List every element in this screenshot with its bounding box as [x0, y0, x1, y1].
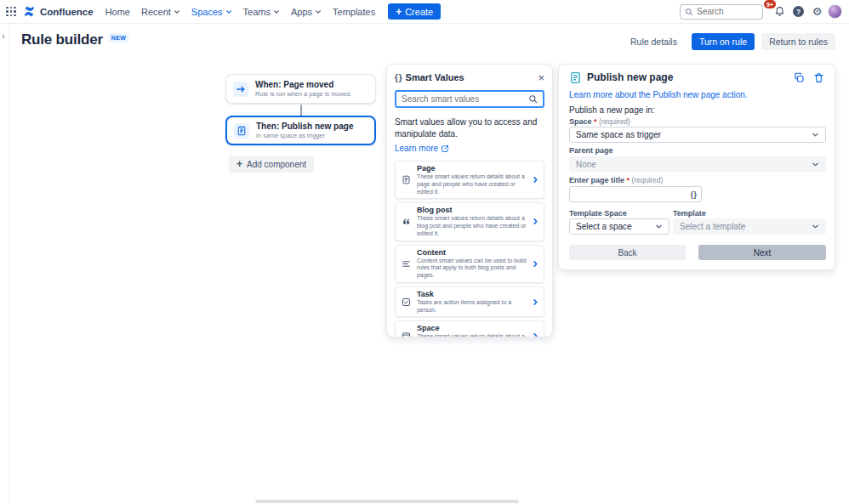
nav-recent[interactable]: Recent — [141, 7, 180, 17]
chevron-right-icon — [532, 176, 539, 184]
smart-value-title: Content — [417, 248, 527, 257]
braces-icon[interactable]: { } — [690, 190, 696, 199]
page-title-input[interactable] — [575, 190, 690, 199]
trigger-title: When: Page moved — [255, 80, 351, 89]
trigger-subtitle: Rule is run when a page is moved. — [255, 90, 351, 98]
space-label: Space * (required) — [569, 117, 630, 126]
smart-values-title: Smart Values — [406, 72, 464, 82]
learn-more-link[interactable]: Learn more — [395, 144, 449, 153]
smart-values-header: { } Smart Values × — [395, 71, 544, 84]
smart-value-item-space[interactable]: Space These smart values return details … — [395, 320, 544, 337]
external-link-icon — [441, 144, 449, 153]
config-header: Publish new page — [569, 70, 824, 85]
back-button[interactable]: Back — [569, 245, 686, 260]
expand-sidebar-button[interactable]: › — [2, 31, 5, 41]
smart-values-search[interactable] — [395, 90, 544, 108]
template-select[interactable]: Select a template — [673, 218, 826, 235]
chevron-down-icon — [812, 161, 819, 168]
notification-badge: 9+ — [764, 0, 776, 8]
page-title: Rule builder — [21, 31, 103, 48]
page-title-label: Enter page title * (required) — [569, 176, 663, 184]
parent-page-select-value: None — [576, 160, 596, 169]
smart-value-item-blog-post[interactable]: Blog post These smart values return deta… — [395, 202, 544, 241]
smart-values-panel: { } Smart Values × Smart values allow yo… — [386, 64, 553, 337]
chevron-down-icon — [812, 131, 819, 139]
flow-connector — [300, 105, 302, 116]
trash-icon[interactable] — [813, 72, 824, 83]
app-window: Confluence Home Recent Spaces Teams Apps… — [0, 0, 849, 504]
settings-button[interactable]: ⚙ — [809, 3, 825, 20]
search-icon — [528, 94, 538, 104]
action-card-publish-new-page[interactable]: Then: Publish new page In same space as … — [225, 116, 376, 145]
create-button[interactable]: + Create — [388, 3, 441, 20]
action-learn-more-link[interactable]: Learn more about the Publish new page ac… — [569, 90, 748, 99]
smart-value-item-page[interactable]: Page These smart values return details a… — [395, 161, 544, 199]
chevron-right-icon — [532, 218, 539, 225]
page-icon — [401, 175, 412, 184]
template-label: Template — [673, 209, 706, 218]
next-button[interactable]: Next — [698, 245, 826, 260]
horizontal-scrollbar[interactable] — [255, 500, 519, 503]
help-button[interactable]: ? — [790, 3, 806, 20]
collapsed-sidebar: › — [0, 24, 9, 504]
chevron-down-icon — [655, 223, 663, 230]
app-switcher-icon[interactable] — [5, 6, 17, 18]
header-actions: Rule details Turn on rule Return to rule… — [623, 33, 835, 50]
smart-values-search-input[interactable] — [402, 94, 528, 104]
chevron-down-icon — [273, 7, 280, 17]
new-badge: NEW — [109, 33, 129, 42]
template-space-select[interactable]: Select a space — [569, 218, 670, 235]
parent-page-select[interactable]: None — [569, 156, 826, 173]
global-search-input[interactable] — [697, 7, 758, 16]
smart-value-item-content[interactable]: Content Content smart values can be used… — [395, 245, 544, 283]
space-select-value: Same space as trigger — [576, 130, 661, 139]
frame-icon — [401, 331, 412, 337]
chevron-right-icon — [532, 298, 539, 306]
trigger-card-page-moved[interactable]: When: Page moved Rule is run when a page… — [225, 74, 376, 104]
page-title-label-text: Enter page title — [569, 176, 624, 184]
plus-icon: + — [396, 7, 402, 17]
smart-value-description: These smart values return details about … — [417, 173, 527, 195]
nav-templates[interactable]: Templates — [333, 7, 375, 17]
duplicate-icon[interactable] — [794, 72, 805, 83]
smart-value-item-task[interactable]: Task Tasks are action items assigned to … — [395, 286, 544, 318]
plus-icon: + — [236, 159, 242, 169]
publish-page-icon — [569, 71, 582, 84]
top-nav: Confluence Home Recent Spaces Teams Apps… — [0, 0, 849, 24]
learn-more-label: Learn more — [395, 144, 438, 153]
nav-spaces[interactable]: Spaces — [191, 7, 232, 17]
chevron-down-icon — [225, 7, 232, 17]
notifications-button[interactable]: 9+ — [772, 3, 788, 20]
space-select[interactable]: Same space as trigger — [569, 127, 826, 143]
smart-value-title: Space — [417, 324, 527, 332]
page-header: Rule builder NEW — [21, 31, 128, 48]
global-search[interactable] — [680, 4, 763, 20]
chevron-right-icon — [532, 260, 539, 268]
add-component-button[interactable]: + Add component — [229, 156, 314, 173]
nav-teams[interactable]: Teams — [243, 7, 280, 17]
chevron-down-icon — [174, 7, 180, 17]
close-icon[interactable]: × — [538, 72, 544, 83]
chevron-down-icon — [315, 7, 322, 17]
smart-value-title: Blog post — [417, 206, 527, 214]
bell-icon — [774, 6, 785, 17]
return-to-rules-button[interactable]: Return to rules — [761, 33, 835, 50]
template-label-text: Template — [673, 209, 706, 218]
turn-on-rule-button[interactable]: Turn on rule — [692, 33, 755, 50]
smart-value-description: Tasks are action items assigned to a per… — [417, 299, 527, 314]
template-space-select-value: Select a space — [576, 222, 632, 231]
chevron-down-icon — [812, 223, 819, 230]
chevron-right-icon — [532, 332, 539, 337]
user-avatar[interactable] — [828, 4, 842, 19]
nav-apps[interactable]: Apps — [291, 7, 322, 17]
template-space-label-text: Template Space — [569, 209, 627, 218]
publish-new-page-panel: Publish new page Learn more about the Pu… — [558, 64, 835, 270]
smart-values-description: Smart values allow you to access and man… — [395, 116, 544, 139]
nav-home[interactable]: Home — [105, 7, 130, 17]
action-title: Then: Publish new page — [256, 122, 353, 131]
create-button-label: Create — [405, 7, 433, 17]
page-title-field[interactable]: { } — [569, 186, 702, 202]
nav-spaces-label: Spaces — [191, 7, 223, 17]
checkbox-icon — [401, 297, 412, 307]
rule-details-button[interactable]: Rule details — [623, 33, 685, 50]
